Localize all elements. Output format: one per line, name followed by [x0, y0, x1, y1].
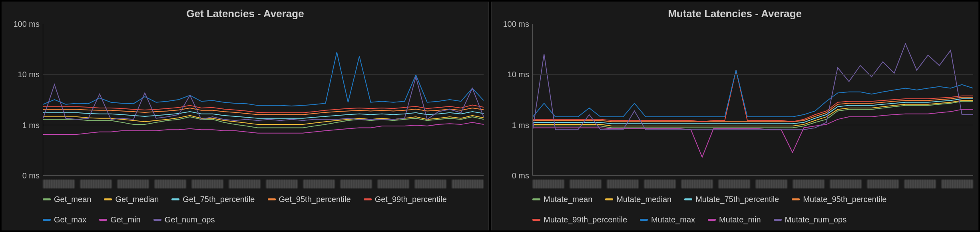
x-tick-obscured: [117, 180, 149, 188]
legend-swatch: [104, 198, 112, 200]
legend-item[interactable]: Get_min: [99, 215, 141, 224]
x-tick-obscured: [154, 180, 186, 188]
x-tick-obscured: [229, 180, 261, 188]
y-tick-label: 1 ms: [22, 120, 40, 130]
x-tick-obscured: [607, 180, 639, 188]
legend-item[interactable]: Mutate_99th_percentile: [532, 215, 627, 224]
x-tick-obscured: [570, 180, 602, 188]
y-tick-label: 100 ms: [503, 20, 529, 29]
legend-label: Mutate_max: [651, 215, 695, 224]
x-axis: [532, 176, 973, 191]
legend-swatch: [708, 219, 716, 221]
y-tick-label: 10 ms: [508, 70, 529, 79]
x-tick-obscured: [377, 180, 409, 188]
plot-canvas[interactable]: [532, 24, 973, 176]
x-tick-obscured: [755, 180, 787, 188]
x-tick-obscured: [867, 180, 899, 188]
grid-line: [533, 74, 973, 75]
x-tick-obscured: [303, 180, 335, 188]
x-tick-obscured: [904, 180, 936, 188]
legend[interactable]: Get_meanGet_medianGet_75th_percentileGet…: [43, 195, 484, 227]
y-tick-label: 0 ms: [22, 171, 40, 180]
legend-label: Mutate_median: [616, 195, 671, 204]
chart-title: Get Latencies - Average: [7, 5, 484, 24]
legend-label: Mutate_num_ops: [785, 215, 847, 224]
legend-item[interactable]: Mutate_mean: [532, 195, 592, 204]
legend-label: Get_num_ops: [165, 215, 215, 224]
x-tick-obscured: [532, 180, 564, 188]
x-tick-obscured: [414, 180, 446, 188]
legend-swatch: [684, 198, 692, 200]
plot-area[interactable]: 0 ms1 ms10 ms100 ms: [496, 24, 973, 176]
x-axis: [43, 176, 484, 191]
y-tick-label: 10 ms: [18, 70, 40, 79]
legend-item[interactable]: Get_mean: [43, 195, 91, 204]
legend-label: Get_99th_percentile: [375, 195, 447, 204]
legend-item[interactable]: Mutate_75th_percentile: [684, 195, 779, 204]
x-tick-obscured: [80, 180, 112, 188]
x-tick-obscured: [718, 180, 750, 188]
legend-swatch: [153, 219, 161, 221]
legend-label: Get_max: [54, 215, 86, 224]
legend-swatch: [532, 219, 540, 221]
y-axis: 0 ms1 ms10 ms100 ms: [7, 24, 43, 176]
legend-swatch: [532, 198, 540, 200]
chart-panel-get: Get Latencies - Average 0 ms1 ms10 ms100…: [2, 2, 489, 230]
legend-label: Get_75th_percentile: [183, 195, 255, 204]
legend-swatch: [43, 219, 51, 221]
legend-item[interactable]: Mutate_95th_percentile: [792, 195, 886, 204]
legend-item[interactable]: Get_max: [43, 215, 86, 224]
legend-swatch: [268, 198, 276, 200]
y-tick-label: 0 ms: [512, 171, 529, 180]
x-tick-obscured: [941, 180, 973, 188]
grid-line: [43, 125, 484, 125]
legend-label: Get_mean: [54, 195, 91, 204]
y-tick-label: 1 ms: [512, 120, 529, 130]
legend-label: Mutate_75th_percentile: [695, 195, 779, 204]
legend[interactable]: Mutate_meanMutate_medianMutate_75th_perc…: [532, 195, 973, 227]
legend-swatch: [605, 198, 613, 200]
legend-label: Mutate_mean: [544, 195, 592, 204]
legend-item[interactable]: Get_95th_percentile: [268, 195, 351, 204]
legend-swatch: [364, 198, 372, 200]
y-axis: 0 ms1 ms10 ms100 ms: [496, 24, 532, 176]
x-tick-obscured: [452, 180, 484, 188]
grid-line: [43, 74, 484, 75]
series-line[interactable]: [43, 105, 484, 112]
legend-label: Get_95th_percentile: [279, 195, 351, 204]
x-tick-obscured: [43, 180, 75, 188]
grid-line: [533, 125, 973, 125]
legend-swatch: [43, 198, 51, 200]
x-tick-obscured: [266, 180, 298, 188]
legend-item[interactable]: Get_75th_percentile: [171, 195, 255, 204]
legend-swatch: [792, 198, 800, 200]
plot-area[interactable]: 0 ms1 ms10 ms100 ms: [7, 24, 484, 176]
legend-label: Mutate_min: [719, 215, 761, 224]
x-tick-obscured: [793, 180, 825, 188]
legend-item[interactable]: Mutate_max: [640, 215, 695, 224]
legend-item[interactable]: Mutate_median: [605, 195, 671, 204]
series-line[interactable]: [533, 97, 973, 122]
x-tick-obscured: [191, 180, 223, 188]
y-tick-label: 100 ms: [13, 20, 40, 29]
plot-canvas[interactable]: [43, 24, 484, 176]
x-tick-obscured: [644, 180, 676, 188]
chart-panel-mutate: Mutate Latencies - Average 0 ms1 ms10 ms…: [491, 2, 978, 230]
x-tick-obscured: [830, 180, 862, 188]
legend-swatch: [171, 198, 179, 200]
legend-swatch: [774, 219, 782, 221]
legend-item[interactable]: Get_99th_percentile: [364, 195, 447, 204]
legend-item[interactable]: Mutate_min: [708, 215, 761, 224]
legend-item[interactable]: Get_num_ops: [153, 215, 215, 224]
legend-label: Mutate_99th_percentile: [544, 215, 627, 224]
x-tick-obscured: [681, 180, 713, 188]
legend-item[interactable]: Get_median: [104, 195, 159, 204]
chart-title: Mutate Latencies - Average: [496, 5, 973, 24]
series-line[interactable]: [43, 52, 484, 106]
legend-item[interactable]: Mutate_num_ops: [774, 215, 847, 224]
series-line[interactable]: [533, 70, 973, 117]
legend-swatch: [640, 219, 648, 221]
legend-swatch: [99, 219, 107, 221]
series-line[interactable]: [533, 99, 973, 124]
legend-label: Get_min: [110, 215, 141, 224]
